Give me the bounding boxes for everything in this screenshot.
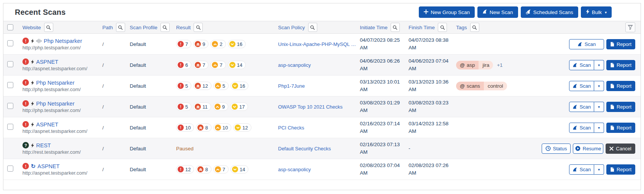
website-title: !Php Netsparker — [22, 79, 102, 86]
severity-badge-critical: !6 — [176, 61, 191, 69]
shark-fin-clock-icon — [526, 9, 531, 16]
row-checkbox[interactable] — [7, 40, 13, 46]
search-button-initiate[interactable] — [391, 23, 400, 32]
table-body: !Php Netsparkerhttp://php.testsparker.co… — [3, 34, 641, 180]
website-link[interactable]: ASPNET — [36, 121, 58, 128]
scan-button[interactable]: Scan — [569, 102, 594, 112]
caret-down-icon: ▾ — [598, 126, 600, 130]
severity-badge-medium: 7 — [213, 165, 229, 173]
scan-policy-link[interactable]: asp-scanpolicy — [278, 62, 360, 68]
row-checkbox[interactable] — [7, 103, 13, 109]
scan-dropdown-button[interactable]: ▾ — [594, 164, 604, 175]
bulk-button[interactable]: Bulk ▾ — [581, 6, 612, 18]
scan-profile-cell: Default — [130, 41, 176, 47]
table-header-row: WebsitePathScan ProfileResultScan Policy… — [3, 21, 641, 34]
column-label-result[interactable]: Result — [176, 25, 191, 30]
row-checkbox[interactable] — [7, 166, 13, 172]
scan-dropdown-button[interactable]: ▾ — [594, 60, 604, 70]
search-button-policy[interactable] — [308, 23, 317, 32]
website-cell: !ASPNEThttp://aspnet.testsparker.com/ — [22, 121, 102, 134]
more-tags-count[interactable]: +1 — [497, 62, 502, 68]
tags-cell: @aspjira+1 — [456, 61, 528, 69]
column-label-initiate[interactable]: Initiate Time — [360, 25, 388, 30]
finish-time-cell: 03/08/2023 03:23 AM — [409, 99, 456, 114]
column-label-tags[interactable]: Tags — [456, 25, 467, 30]
scan-policy-link[interactable]: OWASP Top 10 2021 Checks — [278, 104, 360, 110]
report-button-label: Report — [617, 125, 631, 131]
tag-scans: @scans — [456, 82, 484, 90]
website-link[interactable]: ASPNET — [36, 59, 58, 65]
header-cell-profile: Scan Profile — [130, 23, 176, 32]
new-group-scan-button[interactable]: New Group Scan — [419, 6, 475, 18]
tag-icon: @ — [460, 83, 465, 89]
website-link[interactable]: Php Netsparker — [36, 101, 75, 107]
website-link[interactable]: Php Netsparker — [36, 80, 75, 86]
filter-button[interactable] — [625, 22, 635, 32]
new-scan-button[interactable]: New Scan — [477, 6, 518, 18]
actions-cell: Scan▾Report — [528, 123, 635, 133]
status-button[interactable]: Status — [542, 144, 571, 154]
scan-split-button: Scan▾ — [569, 123, 604, 133]
scan-policy-link[interactable]: Php1-7June — [278, 83, 360, 89]
scan-button[interactable]: Scan — [569, 123, 594, 133]
bolt-icon — [31, 80, 34, 85]
report-button[interactable]: Report — [606, 39, 635, 49]
high-severity-icon — [195, 83, 201, 89]
report-button[interactable]: Report — [606, 60, 635, 70]
tag-control: control — [484, 82, 507, 90]
severity-count-critical: 10 — [185, 125, 191, 131]
result-cell: Paused — [176, 145, 278, 152]
row-checkbox[interactable] — [7, 82, 13, 88]
website-link[interactable]: Php Netsparker — [44, 38, 82, 44]
scan-button[interactable]: Scan — [569, 164, 594, 175]
row-checkbox[interactable] — [7, 61, 13, 67]
header-cell-tags: Tags — [456, 23, 528, 32]
scan-policy-link[interactable]: Unix-Linux-Apache-PHP-MySQL - 44e... — [278, 41, 360, 47]
report-button[interactable]: Report — [606, 123, 635, 133]
scan-button[interactable]: Scan — [569, 60, 594, 70]
scan-policy-link[interactable]: asp-scanpolicy — [278, 167, 360, 172]
column-label-policy[interactable]: Scan Policy — [278, 25, 305, 30]
scan-dropdown-button[interactable]: ▾ — [594, 81, 604, 91]
bolt-icon — [31, 122, 34, 127]
search-button-profile[interactable] — [161, 23, 170, 32]
path-cell: / — [102, 167, 130, 172]
tag-label: control — [488, 83, 503, 89]
report-button[interactable]: Report — [606, 81, 635, 91]
search-button-website[interactable] — [44, 23, 53, 32]
report-button[interactable]: Report — [606, 164, 635, 175]
path-cell: / — [102, 104, 130, 110]
initiate-time-cell: 02/08/2023 07:04 AM — [360, 162, 409, 177]
scan-button[interactable]: Scan — [569, 39, 604, 49]
column-label-path[interactable]: Path — [102, 25, 113, 30]
website-link[interactable]: REST — [36, 142, 51, 148]
resume-button[interactable]: Resume — [573, 144, 603, 154]
report-button[interactable]: Report — [606, 102, 635, 112]
scan-policy-link[interactable]: Default Security Checks — [278, 146, 360, 151]
column-label-website[interactable]: Website — [22, 25, 41, 30]
scan-dropdown-button[interactable]: ▾ — [594, 123, 604, 133]
scan-policy-link[interactable]: PCI Checks — [278, 125, 360, 131]
column-label-profile[interactable]: Scan Profile — [130, 25, 157, 30]
scan-dropdown-button[interactable]: ▾ — [594, 102, 604, 112]
select-all-checkbox[interactable] — [7, 24, 13, 30]
result-cell: !79216 — [176, 40, 278, 48]
search-button-tags[interactable] — [470, 23, 479, 32]
scheduled-scans-button[interactable]: Scheduled Scans — [521, 6, 578, 18]
severity-badge-critical: !7 — [176, 40, 191, 48]
scan-button[interactable]: Scan — [569, 81, 594, 91]
search-button-finish[interactable] — [438, 23, 447, 32]
search-button-path[interactable] — [116, 23, 125, 32]
scan-profile-cell: Default — [130, 62, 176, 68]
cancel-button[interactable]: Cancel — [606, 144, 635, 154]
initiate-time-cell: 02/16/2023 07:13 AM — [360, 141, 409, 156]
column-label-finish[interactable]: Finish Time — [409, 25, 435, 30]
website-title: !ASPNET — [22, 58, 102, 65]
row-checkbox[interactable] — [7, 124, 13, 130]
low-severity-icon — [229, 41, 235, 47]
website-link[interactable]: ASPNET — [38, 163, 60, 169]
search-button-result[interactable] — [194, 23, 203, 32]
scheduled-scans-label: Scheduled Scans — [533, 9, 573, 15]
severity-count-medium: 9 — [222, 104, 225, 110]
severity-count-high: 8 — [205, 125, 208, 131]
